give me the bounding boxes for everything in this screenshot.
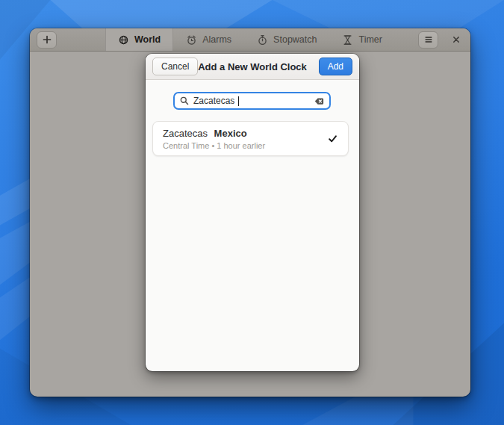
tab-world[interactable]: World — [105, 28, 173, 51]
window-controls — [418, 31, 464, 49]
dialog-header-bar[interactable]: Cancel Add a New World Clock Add — [146, 54, 359, 80]
search-icon — [179, 96, 190, 106]
result-city: Zacatecas — [163, 128, 208, 139]
tab-label: World — [134, 34, 161, 45]
search-input-value: Zacatecas — [193, 96, 234, 106]
primary-menu-button[interactable] — [418, 31, 438, 49]
globe-icon — [118, 34, 129, 46]
text-cursor — [238, 96, 239, 106]
close-window-button[interactable] — [449, 32, 464, 47]
tab-label: Stopwatch — [273, 34, 317, 45]
menu-icon — [423, 34, 435, 46]
result-country: Mexico — [214, 128, 247, 139]
cancel-button[interactable]: Cancel — [152, 58, 198, 75]
search-result-row[interactable]: Zacatecas Mexico Central Time • 1 hour e… — [152, 121, 349, 156]
tab-alarms[interactable]: Alarms — [173, 28, 244, 51]
result-title: Zacatecas Mexico — [163, 128, 265, 139]
search-input[interactable]: Zacatecas — [173, 92, 331, 110]
clear-backspace-icon — [314, 96, 325, 107]
alarm-icon — [186, 34, 197, 46]
tab-label: Timer — [358, 34, 382, 45]
tab-timer[interactable]: Timer — [329, 28, 394, 51]
view-switcher: World Alarms — [105, 28, 395, 51]
timer-icon — [342, 34, 353, 46]
tab-stopwatch[interactable]: Stopwatch — [244, 28, 329, 51]
plus-icon — [41, 34, 53, 46]
result-detail: Central Time • 1 hour earlier — [163, 141, 265, 150]
clear-search-button[interactable] — [314, 96, 325, 107]
dialog-title: Add a New World Clock — [198, 61, 307, 72]
close-icon — [451, 34, 461, 45]
check-icon — [327, 133, 338, 144]
new-world-clock-button[interactable] — [37, 31, 57, 49]
tab-label: Alarms — [202, 34, 231, 45]
add-world-clock-dialog: Cancel Add a New World Clock Add Zacatec… — [146, 54, 359, 371]
add-button[interactable]: Add — [319, 58, 352, 75]
header-bar[interactable]: World Alarms — [30, 28, 470, 52]
stopwatch-icon — [257, 34, 268, 46]
result-text: Zacatecas Mexico Central Time • 1 hour e… — [163, 128, 265, 150]
